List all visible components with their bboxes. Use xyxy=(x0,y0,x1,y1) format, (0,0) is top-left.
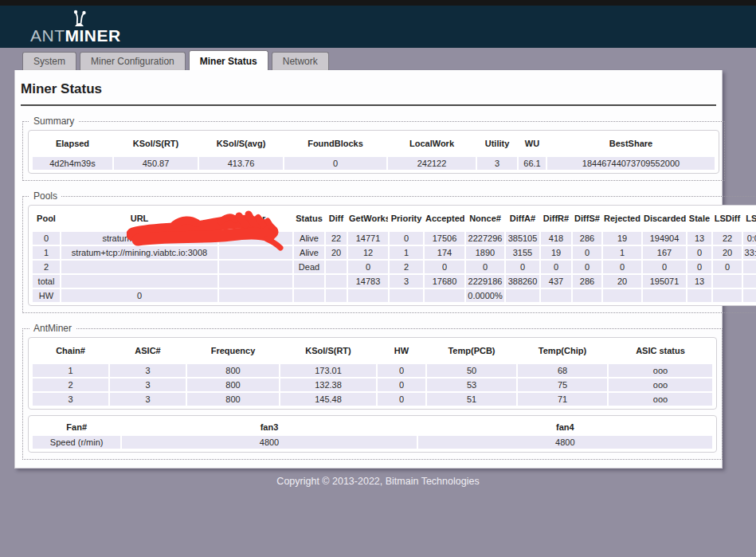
table-cell: 0 xyxy=(284,157,386,170)
table-cell: 4800 xyxy=(418,436,712,449)
column-header: Temp(Chip) xyxy=(518,341,607,363)
table-cell: 68 xyxy=(518,364,607,377)
column-header: Temp(PCB) xyxy=(427,341,516,363)
table-cell: 173.01 xyxy=(280,364,376,377)
table-cell xyxy=(643,289,686,302)
column-header: KSol/S(avg) xyxy=(199,134,283,155)
column-header: LSTime xyxy=(743,209,756,230)
table-cell: 2 xyxy=(33,261,60,273)
table-cell xyxy=(219,275,292,288)
summary-legend: Summary xyxy=(29,116,78,127)
table-cell: 0 xyxy=(687,246,711,259)
table-cell: 1 xyxy=(33,246,60,259)
miner-status-page: Miner Status Summary ElapsedKSol/S(RT)KS… xyxy=(14,70,723,469)
table-cell: 75 xyxy=(518,379,607,391)
table-cell: 13 xyxy=(687,275,711,288)
chains-body: 13800173.0105068ooo23800132.3805375ooo33… xyxy=(33,364,712,406)
column-header: Rejected xyxy=(603,209,641,230)
table-cell: 450.87 xyxy=(114,157,198,170)
table-cell xyxy=(506,289,539,302)
table-cell: 1 xyxy=(33,364,108,377)
table-cell: 53 xyxy=(427,379,516,391)
fans-body: Speed (r/min)48004800 xyxy=(33,436,712,449)
column-header: BestShare xyxy=(547,134,715,155)
table-cell: 14771 xyxy=(348,232,388,245)
table-cell: 0 xyxy=(378,364,425,377)
column-header: Fan# xyxy=(33,419,120,434)
table-cell: 174 xyxy=(425,246,464,259)
table-cell: 12 xyxy=(348,246,388,259)
table-cell: 0 xyxy=(466,261,504,273)
table-cell: Alive xyxy=(294,232,324,245)
table-cell: 20 xyxy=(603,275,641,288)
table-cell: 19 xyxy=(603,232,641,245)
table-cell: 0 xyxy=(506,261,539,273)
table-cell xyxy=(294,289,324,302)
table-cell: 0 xyxy=(713,261,742,273)
table-row: 33800145.4805171ooo xyxy=(33,393,712,406)
column-header: Utility xyxy=(477,134,517,155)
summary-section: Summary ElapsedKSol/S(RT)KSol/S(avg)Foun… xyxy=(22,116,725,181)
ant-antennae-icon xyxy=(69,8,121,26)
table-cell: ooo xyxy=(609,379,712,391)
table-row: 0stratum+tcp://zec.pAlive221477101750622… xyxy=(33,232,756,245)
column-header: Diff xyxy=(326,209,347,230)
chains-table: Chain#ASIC#FrequencyKSol/S(RT)HWTemp(PCB… xyxy=(31,339,714,407)
table-cell: 385105 xyxy=(506,232,539,245)
table-cell xyxy=(743,289,756,302)
table-cell: 145.48 xyxy=(280,393,376,406)
table-cell: 3 xyxy=(390,275,423,288)
summary-header-row: ElapsedKSol/S(RT)KSol/S(avg)FoundBlocksL… xyxy=(33,134,715,155)
table-cell xyxy=(219,246,292,259)
table-cell: 800 xyxy=(187,393,279,406)
table-cell: 242122 xyxy=(388,157,476,170)
table-cell xyxy=(219,289,292,302)
fans-header-row: Fan#fan3fan4 xyxy=(33,419,712,434)
tab-miner-configuration[interactable]: Miner Configuration xyxy=(80,52,186,70)
table-cell xyxy=(61,275,217,288)
fans-tablebox: Fan#fan3fan4 Speed (r/min)48004800 xyxy=(28,415,717,453)
antminer-section: AntMiner Chain#ASIC#FrequencyKSol/S(RT)H… xyxy=(22,323,723,460)
table-cell: 800 xyxy=(187,364,279,377)
table-cell: 0.0000% xyxy=(466,289,504,302)
table-cell: 20 xyxy=(326,246,347,259)
chains-tablebox: Chain#ASIC#FrequencyKSol/S(RT)HWTemp(PCB… xyxy=(28,337,717,410)
column-header: LSDiff xyxy=(713,209,742,230)
table-cell: 0 xyxy=(687,261,711,273)
table-cell: stratum+tcp://zec.p xyxy=(61,232,217,245)
tab-bar: System Miner Configuration Miner Status … xyxy=(0,48,756,70)
table-cell: 18446744073709552000 xyxy=(547,157,715,170)
table-cell xyxy=(348,289,388,302)
table-cell: 2227296 xyxy=(466,232,504,245)
table-cell: 20 xyxy=(713,246,742,259)
table-cell xyxy=(390,289,423,302)
table-cell xyxy=(326,275,347,288)
tab-network[interactable]: Network xyxy=(272,52,329,70)
antminer-legend: AntMiner xyxy=(29,323,76,334)
table-cell: 51 xyxy=(427,393,516,406)
column-header: KSol/S(RT) xyxy=(114,134,198,155)
column-header: URL xyxy=(61,209,217,230)
table-cell: 0 xyxy=(378,393,425,406)
column-header: fan4 xyxy=(418,419,712,434)
table-cell: 0 xyxy=(743,261,756,273)
column-header: Status xyxy=(294,209,324,230)
table-cell: Speed (r/min) xyxy=(33,436,120,449)
tab-system[interactable]: System xyxy=(22,52,76,70)
table-cell: 3 xyxy=(477,157,517,170)
tab-miner-status[interactable]: Miner Status xyxy=(189,50,268,70)
table-cell xyxy=(219,232,292,245)
table-cell: 0 xyxy=(378,379,425,391)
copyright-footer: Copyright © 2013-2022, Bitmain Technolog… xyxy=(0,476,756,487)
table-cell: ooo xyxy=(609,393,712,406)
table-cell: 132.38 xyxy=(280,379,376,391)
column-header: ASIC status xyxy=(609,341,712,363)
pools-legend: Pools xyxy=(29,190,61,202)
table-cell: HW xyxy=(33,289,60,302)
table-cell xyxy=(326,261,347,273)
column-header: Priority xyxy=(390,209,423,230)
pools-body: 0stratum+tcp://zec.pAlive221477101750622… xyxy=(33,232,756,302)
pools-table: PoolURLUserStatusDiffGetWorksPriorityAcc… xyxy=(31,207,756,304)
table-cell xyxy=(603,289,641,302)
column-header: Elapsed xyxy=(33,134,112,155)
